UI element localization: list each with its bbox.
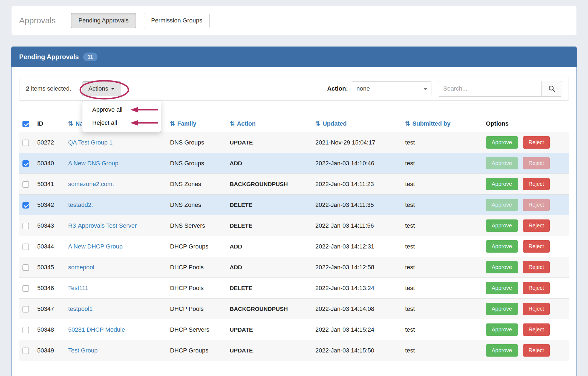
table-row: 50272 QA Test Group 1 DNS Groups UPDATE … (19, 132, 569, 153)
approve-button[interactable]: Approve (486, 136, 518, 149)
reject-button[interactable]: Reject (523, 303, 550, 315)
reject-button[interactable]: Reject (523, 261, 550, 273)
row-name-link[interactable]: Test Group (68, 347, 98, 354)
row-checkbox[interactable] (22, 348, 29, 354)
approve-button[interactable]: Approve (486, 219, 518, 232)
sort-icon: ⇅ (230, 120, 235, 127)
row-name-link[interactable]: Test111 (68, 285, 88, 291)
action-select[interactable]: none (352, 81, 431, 96)
row-checkbox[interactable] (22, 223, 29, 229)
tab-pending-approvals[interactable]: Pending Approvals (71, 13, 136, 28)
row-checkbox[interactable] (22, 181, 29, 188)
selected-count: 2 (26, 85, 29, 92)
approve-button[interactable]: Approve (486, 282, 518, 294)
row-submitted-by: test (403, 236, 484, 257)
menu-item-reject-all[interactable]: Reject all (82, 116, 161, 129)
row-family: DNS Groups (168, 153, 227, 174)
actions-dropdown: Actions Approve all Reject all (82, 81, 121, 96)
row-name-link[interactable]: QA Test Group 1 (68, 139, 113, 146)
actions-button[interactable]: Actions (82, 81, 121, 96)
search-button[interactable] (541, 81, 562, 97)
approve-button[interactable]: Approve (486, 303, 518, 315)
row-name-link[interactable]: A New DNS Group (68, 160, 118, 167)
table-toolbar: 2 items selected. Actions Approve all Re… (19, 77, 569, 101)
row-id: 50346 (35, 278, 66, 299)
row-action: BACKGROUNDPUSH (227, 174, 313, 195)
menu-item-approve-all[interactable]: Approve all (82, 103, 161, 116)
row-submitted-by: test (403, 257, 484, 278)
row-checkbox[interactable] (22, 327, 29, 333)
search-input[interactable] (438, 81, 541, 97)
actions-dropdown-menu: Approve all Reject all (82, 101, 161, 132)
row-name-link[interactable]: testadd2. (68, 201, 93, 208)
row-family: DNS Servers (168, 215, 227, 236)
row-name-link[interactable]: A New DHCP Group (68, 243, 123, 250)
annotation-arrow (129, 119, 159, 127)
action-select-value: none (356, 85, 370, 92)
page-header: Approvals Pending Approvals Permission G… (11, 6, 577, 35)
row-id: 50272 (35, 132, 66, 153)
column-header-submitted-by[interactable]: ⇅Submitted by (403, 116, 484, 132)
approve-button[interactable]: Approve (486, 261, 518, 273)
row-updated: 2022-Jan-03 14:11:56 (313, 215, 403, 236)
row-family: DNS Zones (168, 174, 227, 195)
panel-body: 2 items selected. Actions Approve all Re… (11, 67, 577, 376)
approve-button[interactable]: Approve (486, 199, 518, 211)
row-checkbox[interactable] (22, 285, 29, 292)
row-id: 50348 (35, 319, 66, 340)
reject-button[interactable]: Reject (523, 240, 550, 253)
approve-button[interactable]: Approve (486, 240, 518, 253)
approve-button[interactable]: Approve (486, 323, 518, 336)
row-id: 50342 (35, 195, 66, 215)
tab-permission-groups[interactable]: Permission Groups (144, 13, 210, 28)
column-header-family[interactable]: ⇅Family (168, 116, 227, 132)
row-checkbox[interactable] (22, 140, 29, 146)
row-action: DELETE (227, 278, 313, 299)
row-updated: 2021-Nov-29 15:04:17 (313, 132, 403, 153)
reject-button[interactable]: Reject (523, 323, 550, 336)
table-row: 50346 Test111 DHCP Pools DELETE 2022-Jan… (19, 278, 569, 299)
row-action: DELETE (227, 195, 313, 215)
table-row: 50341 somezone2.com. DNS Zones BACKGROUN… (19, 174, 569, 195)
approve-button[interactable]: Approve (486, 178, 518, 190)
column-header-updated[interactable]: ⇅Updated (313, 116, 403, 132)
reject-button[interactable]: Reject (523, 199, 550, 211)
reject-button[interactable]: Reject (523, 282, 550, 294)
row-name-link[interactable]: 50281 DHCP Module (68, 326, 125, 333)
row-name-link[interactable]: somepool (68, 264, 94, 271)
row-checkbox[interactable] (22, 244, 29, 250)
reject-button[interactable]: Reject (523, 219, 550, 232)
row-name-link[interactable]: R3-Approvals Test Server (68, 222, 137, 229)
select-all-checkbox[interactable] (22, 121, 29, 127)
column-header-action[interactable]: ⇅Action (227, 116, 313, 132)
table-row: 50349 Test Group DHCP Groups UPDATE 2022… (19, 340, 569, 361)
row-name-link[interactable]: testpool1 (68, 305, 93, 312)
row-submitted-by: test (403, 153, 484, 174)
row-family: DHCP Groups (168, 340, 227, 361)
row-action: BACKGROUNDPUSH (227, 299, 313, 319)
row-action: ADD (227, 257, 313, 278)
row-action: ADD (227, 153, 313, 174)
table-row: 50344 A New DHCP Group DHCP Groups ADD 2… (19, 236, 569, 257)
row-family: DHCP Pools (168, 299, 227, 319)
reject-button[interactable]: Reject (523, 344, 550, 357)
row-id: 50347 (35, 299, 66, 319)
row-checkbox[interactable] (22, 306, 29, 313)
row-checkbox[interactable] (22, 160, 29, 167)
action-filter-label: Action: (327, 85, 348, 92)
reject-button[interactable]: Reject (523, 136, 550, 149)
row-action: ADD (227, 236, 313, 257)
sort-icon: ⇅ (405, 120, 410, 127)
approve-button[interactable]: Approve (486, 344, 518, 357)
row-checkbox[interactable] (22, 202, 29, 209)
row-updated: 2022-Jan-03 14:10:46 (313, 153, 403, 174)
row-name-link[interactable]: somezone2.com. (68, 181, 114, 187)
approve-button[interactable]: Approve (486, 157, 518, 169)
reject-button[interactable]: Reject (523, 157, 550, 169)
column-header-id: ID (35, 116, 66, 132)
actions-button-label: Actions (88, 85, 108, 92)
reject-button[interactable]: Reject (523, 178, 550, 190)
row-checkbox[interactable] (22, 264, 29, 271)
row-family: DNS Groups (168, 132, 227, 153)
sort-icon: ⇅ (170, 120, 175, 127)
